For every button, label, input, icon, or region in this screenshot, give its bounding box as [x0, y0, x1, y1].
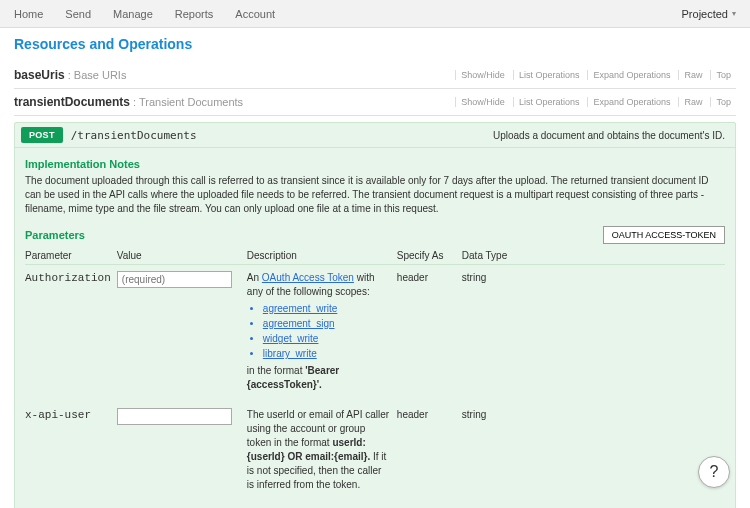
section-name[interactable]: transientDocuments	[14, 95, 130, 109]
param-description: The userId or email of API caller using …	[247, 402, 397, 502]
action-expand-operations[interactable]: Expand Operations	[587, 97, 675, 107]
scope-link[interactable]: agreement_write	[263, 302, 391, 316]
param-data-type: string	[462, 402, 725, 502]
implementation-notes-text: The document uploaded through this call …	[25, 174, 725, 216]
action-raw[interactable]: Raw	[678, 70, 707, 80]
action-showhide[interactable]: Show/Hide	[455, 70, 510, 80]
col-data-type: Data Type	[462, 246, 725, 265]
param-name: x-on-behalf-of-user	[25, 502, 117, 508]
col-parameter: Parameter	[25, 246, 117, 265]
col-value: Value	[117, 246, 247, 265]
top-nav: Home Send Manage Reports Account Project…	[0, 0, 750, 28]
account-dropdown-label: Projected	[682, 8, 728, 20]
section-header-baseuris: baseUris : Base URIs Show/Hide List Oper…	[14, 62, 736, 89]
implementation-notes-title: Implementation Notes	[25, 158, 725, 170]
scope-link[interactable]: widget_write	[263, 332, 391, 346]
nav-reports[interactable]: Reports	[175, 8, 214, 20]
nav-manage[interactable]: Manage	[113, 8, 153, 20]
col-description: Description	[247, 246, 397, 265]
oauth-access-token-button[interactable]: OAUTH ACCESS-TOKEN	[603, 226, 725, 244]
nav-account[interactable]: Account	[235, 8, 275, 20]
param-row-authorization: Authorization An OAuth Access Token with…	[25, 265, 725, 403]
chevron-down-icon: ▾	[732, 9, 736, 18]
action-list-operations[interactable]: List Operations	[513, 70, 585, 80]
action-expand-operations[interactable]: Expand Operations	[587, 70, 675, 80]
param-data-type: string	[462, 265, 725, 403]
param-row-x-api-user: x-api-user The userId or email of API ca…	[25, 402, 725, 502]
section-sub: : Base URIs	[68, 69, 127, 81]
help-icon-label: ?	[710, 463, 719, 481]
param-data-type: string	[462, 502, 725, 508]
scope-link[interactable]: agreement_sign	[263, 317, 391, 331]
param-name: Authorization	[25, 265, 117, 403]
operation-panel: POST /transientDocuments Uploads a docum…	[14, 122, 736, 508]
section-sub: : Transient Documents	[133, 96, 243, 108]
http-method-badge: POST	[21, 127, 63, 143]
help-icon[interactable]: ?	[698, 456, 730, 488]
action-top[interactable]: Top	[710, 97, 736, 107]
parameters-title: Parameters	[25, 229, 85, 241]
param-specify-as: header	[397, 265, 462, 403]
action-top[interactable]: Top	[710, 70, 736, 80]
action-showhide[interactable]: Show/Hide	[455, 97, 510, 107]
scope-link[interactable]: library_write	[263, 347, 391, 361]
nav-send[interactable]: Send	[65, 8, 91, 20]
param-row-x-on-behalf-of-user: x-on-behalf-of-user The userId or email …	[25, 502, 725, 508]
operation-summary: Uploads a document and obtains the docum…	[493, 130, 725, 141]
operation-bar[interactable]: POST /transientDocuments Uploads a docum…	[15, 123, 735, 148]
param-name: x-api-user	[25, 402, 117, 502]
oauth-access-token-link[interactable]: OAuth Access Token	[262, 272, 354, 283]
operation-path: /transientDocuments	[71, 129, 197, 142]
param-specify-as: header	[397, 402, 462, 502]
action-raw[interactable]: Raw	[678, 97, 707, 107]
param-description: An OAuth Access Token with any of the fo…	[247, 265, 397, 403]
parameters-table: Parameter Value Description Specify As D…	[25, 246, 725, 508]
nav-home[interactable]: Home	[14, 8, 43, 20]
param-specify-as: header	[397, 502, 462, 508]
section-header-transientdocuments: transientDocuments : Transient Documents…	[14, 89, 736, 116]
param-description: The userId or email in the format userId…	[247, 502, 397, 508]
account-dropdown[interactable]: Projected ▾	[682, 8, 736, 20]
action-list-operations[interactable]: List Operations	[513, 97, 585, 107]
col-specify-as: Specify As	[397, 246, 462, 265]
page-title: Resources and Operations	[14, 36, 736, 52]
param-authorization-input[interactable]	[117, 271, 232, 288]
section-name[interactable]: baseUris	[14, 68, 65, 82]
param-x-api-user-input[interactable]	[117, 408, 232, 425]
